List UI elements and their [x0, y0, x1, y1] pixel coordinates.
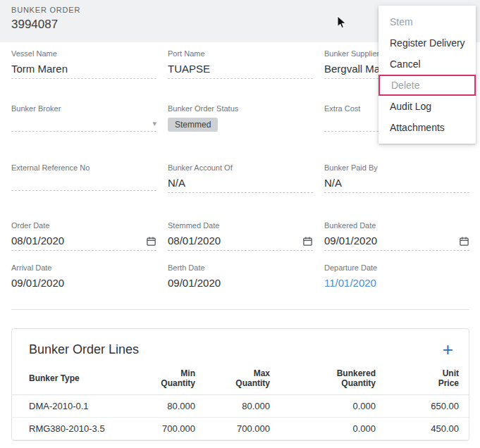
bunker-account-of-label: Bunker Account Of	[168, 163, 313, 172]
bunker-broker-select[interactable]: ▾	[11, 118, 156, 132]
column-header-text: Bunkered Quantity	[337, 368, 376, 388]
vessel-name-input[interactable]: Torm Maren	[11, 63, 156, 79]
arrival-date-area: 09/01/2020	[11, 277, 156, 292]
bunker-paid-by-value: N/A	[324, 177, 342, 189]
field-bunker-order-status: Bunker Order Status Stemmed	[168, 104, 313, 135]
order-date-value: 08/01/2020	[11, 235, 64, 247]
order-lines-table: Bunker Type Min Quantity Max Quantity Bu…	[12, 364, 469, 440]
berth-date-label: Berth Date	[168, 263, 313, 272]
menu-item-cancel[interactable]: Cancel	[379, 54, 476, 75]
menu-item-delete[interactable]: Delete	[379, 75, 476, 96]
departure-date-area: 11/01/2020	[324, 277, 469, 292]
column-header-text: Min Quantity	[161, 368, 195, 388]
order-date-input[interactable]: 08/01/2020	[11, 235, 156, 251]
field-berth-date: Berth Date 09/01/2020	[168, 263, 313, 292]
bunker-order-status-label: Bunker Order Status	[168, 104, 313, 113]
port-name-input[interactable]: TUAPSE	[168, 63, 313, 79]
cell-unit-price: 450.00	[376, 418, 469, 440]
bunker-broker-label: Bunker Broker	[11, 104, 156, 113]
stemmed-date-input[interactable]: 08/01/2020	[168, 235, 313, 251]
bunker-paid-by-label: Bunker Paid By	[324, 163, 469, 172]
bunker-order-lines-card: Bunker Order Lines + Bunker Type Min Qua…	[11, 328, 469, 441]
field-external-reference-no: External Reference No	[11, 163, 156, 193]
order-date-label: Order Date	[11, 221, 156, 230]
table-row[interactable]: DMA-2010-0.1 80.000 80.000 0.000 650.00	[12, 395, 469, 418]
cell-max-quantity: 80.000	[195, 395, 270, 418]
departure-date-link[interactable]: 11/01/2020	[324, 277, 376, 289]
cell-bunkered-quantity: 0.000	[270, 395, 376, 418]
berth-date-value: 09/01/2020	[168, 277, 221, 289]
vessel-name-value: Torm Maren	[11, 63, 68, 75]
card-header: Bunker Order Lines +	[12, 329, 469, 364]
port-name-value: TUAPSE	[168, 63, 210, 75]
calendar-icon[interactable]	[302, 236, 313, 247]
column-header-bunker-type: Bunker Type	[12, 364, 142, 395]
stemmed-date-label: Stemmed Date	[168, 221, 313, 230]
field-bunker-broker: Bunker Broker ▾	[11, 104, 156, 135]
bunkered-date-label: Bunkered Date	[324, 221, 469, 230]
card-title: Bunker Order Lines	[29, 342, 139, 357]
menu-item-audit-log[interactable]: Audit Log	[379, 96, 476, 117]
field-bunkered-date: Bunkered Date 09/01/2020	[324, 221, 469, 251]
status-badge: Stemmed	[168, 118, 218, 132]
field-vessel-name: Vessel Name Torm Maren	[11, 49, 156, 79]
arrival-date-value: 09/01/2020	[11, 277, 64, 289]
column-header-text: Max Quantity	[235, 368, 270, 388]
context-menu: Stem Register Delivery Cancel Delete Aud…	[379, 6, 476, 144]
vessel-name-label: Vessel Name	[11, 49, 156, 58]
add-order-line-button[interactable]: +	[443, 342, 453, 357]
bunker-order-status-area: Stemmed	[168, 118, 313, 135]
bunkered-date-value: 09/01/2020	[324, 235, 377, 247]
external-reference-no-label: External Reference No	[11, 163, 156, 172]
form-row-4: Order Date 08/01/2020 Stemmed Date 08/01…	[11, 221, 469, 251]
cell-max-quantity: 700.000	[195, 418, 270, 440]
calendar-icon[interactable]	[146, 236, 156, 247]
column-header-unit-price: Unit Price	[376, 364, 469, 395]
field-stemmed-date: Stemmed Date 08/01/2020	[168, 221, 313, 251]
menu-item-register-delivery[interactable]: Register Delivery	[379, 32, 476, 54]
cell-unit-price: 650.00	[376, 395, 469, 418]
external-reference-no-input[interactable]	[11, 177, 156, 191]
bunkered-date-input[interactable]: 09/01/2020	[324, 235, 469, 251]
berth-date-area: 09/01/2020	[168, 277, 313, 292]
cell-min-quantity: 80.000	[142, 395, 195, 418]
cell-bunker-type: DMA-2010-0.1	[12, 395, 142, 418]
field-order-date: Order Date 08/01/2020	[11, 221, 156, 251]
menu-item-attachments[interactable]: Attachments	[379, 117, 476, 138]
column-header-text: Unit Price	[438, 368, 459, 388]
cell-min-quantity: 700.000	[142, 418, 195, 440]
cell-bunker-type: RMG380-2010-3.5	[12, 418, 142, 440]
arrival-date-label: Arrival Date	[11, 263, 156, 272]
bunker-paid-by-input[interactable]: N/A	[324, 177, 469, 193]
field-departure-date: Departure Date 11/01/2020	[324, 263, 469, 292]
field-bunker-account-of: Bunker Account Of N/A	[168, 163, 313, 193]
column-header-min-quantity: Min Quantity	[142, 364, 195, 395]
column-header-bunkered-quantity: Bunkered Quantity	[270, 364, 376, 395]
chevron-down-icon: ▾	[152, 120, 156, 127]
menu-item-stem[interactable]: Stem	[379, 11, 476, 32]
bunker-account-of-value: N/A	[168, 177, 185, 189]
cell-bunkered-quantity: 0.000	[270, 418, 376, 440]
table-row[interactable]: RMG380-2010-3.5 700.000 700.000 0.000 45…	[12, 418, 469, 440]
form-row-5: Arrival Date 09/01/2020 Berth Date 09/01…	[11, 263, 469, 292]
table-header-row: Bunker Type Min Quantity Max Quantity Bu…	[12, 364, 469, 395]
stemmed-date-value: 08/01/2020	[168, 235, 221, 247]
column-header-max-quantity: Max Quantity	[195, 364, 270, 395]
field-bunker-paid-by: Bunker Paid By N/A	[324, 163, 469, 193]
field-port-name: Port Name TUAPSE	[168, 49, 313, 79]
form-row-3: External Reference No Bunker Account Of …	[11, 163, 469, 193]
calendar-icon[interactable]	[459, 236, 469, 247]
bunker-supplier-value: Bergvall Ma	[324, 63, 380, 75]
bunker-account-of-input[interactable]: N/A	[168, 177, 313, 193]
field-arrival-date: Arrival Date 09/01/2020	[11, 263, 156, 292]
departure-date-label: Departure Date	[324, 263, 469, 272]
section-divider	[11, 309, 469, 310]
port-name-label: Port Name	[168, 49, 313, 58]
